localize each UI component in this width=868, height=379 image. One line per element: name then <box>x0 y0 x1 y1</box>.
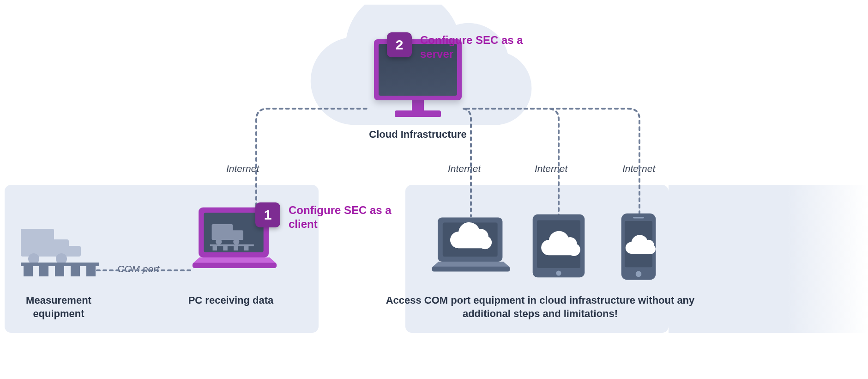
svg-rect-33 <box>633 217 644 219</box>
cloud-label: Cloud Infrastructure <box>337 128 499 141</box>
equipment-caption: Measurement equipment <box>10 294 107 320</box>
svg-rect-20 <box>223 246 228 251</box>
svg-rect-18 <box>210 245 254 246</box>
svg-point-32 <box>636 271 642 277</box>
svg-rect-15 <box>231 230 243 240</box>
step-2-badge: 2 <box>387 32 412 57</box>
svg-rect-8 <box>39 266 48 276</box>
internet-label-3: Internet <box>535 163 567 174</box>
svg-rect-23 <box>193 263 277 268</box>
step-2-label: Configure SEC as a server <box>420 33 540 61</box>
internet-label-4: Internet <box>622 163 655 174</box>
remote-tablet-icon <box>531 213 586 283</box>
svg-rect-10 <box>71 266 80 276</box>
remote-phone-icon <box>620 212 657 285</box>
svg-rect-11 <box>86 266 96 276</box>
svg-point-17 <box>233 238 239 245</box>
internet-label-1: Internet <box>226 163 259 174</box>
step-1-label: Configure SEC as a client <box>289 203 404 231</box>
access-caption: Access COM port equipment in cloud infra… <box>386 294 695 320</box>
svg-rect-6 <box>21 263 99 266</box>
svg-rect-1 <box>21 229 54 257</box>
pc-caption: PC receiving data <box>182 294 279 307</box>
remote-laptop-icon <box>429 216 512 280</box>
measurement-equipment-icon <box>21 213 106 281</box>
svg-rect-19 <box>213 246 217 251</box>
svg-point-16 <box>216 238 222 245</box>
svg-rect-3 <box>64 246 81 257</box>
svg-rect-9 <box>55 266 64 276</box>
internet-label-2: Internet <box>448 163 481 174</box>
step-1-badge: 1 <box>255 202 280 227</box>
svg-rect-7 <box>24 266 33 276</box>
svg-rect-14 <box>212 224 233 240</box>
svg-rect-26 <box>432 267 510 272</box>
svg-point-29 <box>556 271 561 276</box>
svg-rect-22 <box>244 246 249 251</box>
svg-rect-21 <box>234 246 238 251</box>
com-port-label: COM port <box>117 263 159 275</box>
